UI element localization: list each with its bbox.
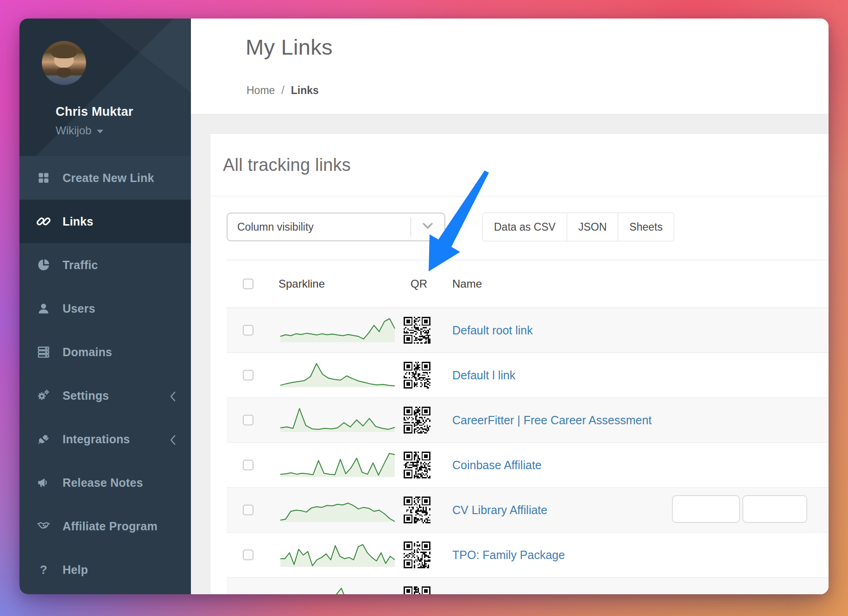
sidebar-item-label: Users bbox=[63, 302, 95, 315]
select-all-checkbox[interactable] bbox=[243, 279, 253, 289]
row-checkbox[interactable] bbox=[243, 325, 253, 336]
links-table: Sparkline QR Name Default root linkDefau… bbox=[227, 260, 829, 594]
row-checkbox[interactable] bbox=[243, 370, 253, 381]
table-row: Coinbase Affiliate bbox=[227, 443, 829, 488]
question-icon: ? bbox=[37, 563, 51, 577]
sparkline-chart bbox=[278, 452, 397, 478]
row-checkbox[interactable] bbox=[243, 550, 253, 560]
chevron-down-icon bbox=[422, 222, 433, 232]
column-header-qr[interactable]: QR bbox=[411, 277, 427, 290]
breadcrumb: Home/Links bbox=[247, 84, 319, 97]
plug-icon bbox=[37, 432, 51, 446]
column-header-sparkline[interactable]: Sparkline bbox=[278, 277, 325, 290]
export-button-json[interactable]: JSON bbox=[567, 213, 618, 241]
export-button-sheets[interactable]: Sheets bbox=[618, 213, 674, 241]
card-title: All tracking links bbox=[223, 155, 351, 175]
sidebar-item-label: Release Notes bbox=[63, 476, 143, 490]
qr-code[interactable] bbox=[404, 586, 430, 594]
card-header: All tracking links bbox=[210, 134, 829, 196]
profile-section: Chris Muktar Wikijob bbox=[19, 19, 191, 156]
sidebar-item-label: Traffic bbox=[63, 258, 98, 272]
table-row: Default root link bbox=[227, 308, 829, 353]
sidebar-item-users[interactable]: Users bbox=[19, 287, 191, 330]
qr-code[interactable] bbox=[404, 407, 430, 434]
sparkline-chart bbox=[278, 541, 397, 568]
breadcrumb-home[interactable]: Home bbox=[247, 84, 275, 96]
breadcrumb-current: Links bbox=[291, 84, 319, 96]
qr-code[interactable] bbox=[404, 362, 430, 389]
handshake-icon bbox=[37, 519, 51, 533]
table-row: CareerFitter | Free Career Assessment bbox=[227, 398, 829, 443]
clipped-bottom-widget bbox=[672, 495, 807, 523]
sidebar-item-label: Create New Link bbox=[63, 171, 154, 185]
sidebar-item-traffic[interactable]: Traffic bbox=[19, 243, 191, 287]
column-visibility-dropdown[interactable]: Column visibility bbox=[227, 213, 445, 241]
sidebar-menu: Create New LinkLinksTrafficUsersDomainsS… bbox=[19, 156, 191, 591]
page-title: My Links bbox=[246, 34, 333, 60]
sidebar-item-label: Integrations bbox=[63, 433, 130, 446]
sidebar-item-settings[interactable]: Settings bbox=[19, 374, 191, 417]
link-name[interactable]: Coinbase Affiliate bbox=[452, 459, 542, 472]
sparkline-chart bbox=[278, 407, 397, 434]
sidebar-item-label: Links bbox=[63, 215, 93, 228]
column-visibility-label: Column visibility bbox=[237, 221, 314, 233]
link-name[interactable]: TPO: Family Package bbox=[452, 548, 565, 562]
link-name[interactable]: Default l link bbox=[452, 369, 515, 382]
row-checkbox[interactable] bbox=[243, 460, 253, 471]
sidebar-item-create-new-link[interactable]: Create New Link bbox=[19, 156, 191, 200]
sparkline-chart bbox=[278, 317, 397, 344]
dropdown-divider bbox=[411, 217, 411, 237]
sidebar-item-label: Affiliate Program bbox=[63, 520, 158, 533]
sparkline-chart bbox=[278, 586, 397, 594]
avatar bbox=[42, 41, 86, 85]
clipped-button[interactable] bbox=[672, 495, 740, 523]
sidebar-item-release-notes[interactable]: Release Notes bbox=[19, 461, 191, 504]
pie-chart-icon bbox=[37, 258, 51, 272]
qr-code[interactable] bbox=[404, 452, 430, 478]
user-icon bbox=[37, 302, 51, 315]
clipped-button[interactable] bbox=[742, 495, 807, 523]
org-name: Wikijob bbox=[56, 124, 91, 137]
table-body: Default root linkDefault l linkCareerFit… bbox=[227, 308, 829, 594]
sidebar-item-domains[interactable]: Domains bbox=[19, 330, 191, 374]
sidebar: Chris Muktar Wikijob Create New LinkLink… bbox=[19, 19, 191, 594]
profile-name: Chris Muktar bbox=[56, 105, 133, 119]
sidebar-item-affiliate-program[interactable]: Affiliate Program bbox=[19, 504, 191, 548]
link-name[interactable]: Default root link bbox=[452, 324, 533, 337]
row-checkbox[interactable] bbox=[243, 415, 253, 426]
table-row: TPO: Family Package bbox=[227, 533, 829, 578]
qr-code[interactable] bbox=[404, 317, 430, 344]
chevron-down-icon bbox=[97, 130, 103, 133]
column-header-name[interactable]: Name bbox=[452, 277, 482, 290]
breadcrumb-separator: / bbox=[281, 84, 284, 96]
qr-code[interactable] bbox=[404, 497, 430, 523]
qr-code[interactable] bbox=[404, 541, 430, 568]
tracking-links-card: All tracking links Column visibility Dat… bbox=[210, 133, 829, 594]
sidebar-item-label: Domains bbox=[63, 346, 112, 359]
chevron-left-icon bbox=[170, 435, 176, 447]
sidebar-item-links[interactable]: Links bbox=[19, 200, 191, 243]
table-row bbox=[227, 578, 829, 594]
table-header-row: Sparkline QR Name bbox=[227, 260, 829, 308]
sidebar-item-help[interactable]: ?Help bbox=[19, 548, 191, 591]
export-button-group: Data as CSVJSONSheets bbox=[482, 213, 674, 241]
megaphone-icon bbox=[37, 476, 51, 490]
chevron-left-icon bbox=[170, 391, 176, 403]
org-switcher[interactable]: Wikijob bbox=[56, 124, 103, 137]
sidebar-item-integrations[interactable]: Integrations bbox=[19, 417, 191, 461]
table-controls: Column visibility Data as CSVJSONSheets bbox=[227, 213, 829, 241]
grid-icon bbox=[37, 171, 51, 185]
sidebar-item-label: Help bbox=[63, 563, 88, 577]
export-button-data-as-csv[interactable]: Data as CSV bbox=[482, 213, 567, 241]
link-name[interactable]: CareerFitter | Free Career Assessment bbox=[452, 414, 652, 427]
main-area: My Links Home/Links All tracking links C… bbox=[191, 19, 829, 594]
sparkline-chart bbox=[278, 497, 397, 523]
sidebar-item-label: Settings bbox=[63, 389, 109, 402]
card-body: Column visibility Data as CSVJSONSheets … bbox=[210, 196, 829, 594]
row-checkbox[interactable] bbox=[243, 505, 253, 515]
link-icon bbox=[37, 214, 51, 228]
page-header: My Links Home/Links bbox=[191, 19, 829, 114]
sparkline-chart bbox=[278, 362, 397, 389]
server-icon bbox=[37, 345, 51, 359]
link-name[interactable]: CV Library Affiliate bbox=[452, 503, 547, 517]
